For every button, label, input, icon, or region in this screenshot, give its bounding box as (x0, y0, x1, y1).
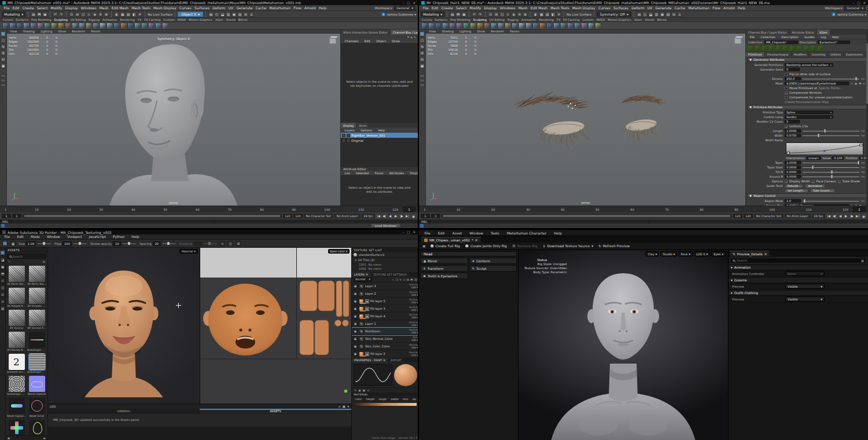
channel-chip-color[interactable]: color (354, 397, 363, 401)
menu-item-view[interactable]: View (428, 30, 437, 33)
panels-icon-7[interactable]: ⌂ (249, 12, 254, 17)
render-icon-1[interactable]: ▦ (120, 12, 125, 17)
panels-icon-2[interactable]: ⬓ (220, 12, 225, 17)
shelf-icon-23[interactable] (162, 23, 168, 28)
snap-icon-4[interactable]: ◈ (92, 12, 97, 17)
anim-layer-selector[interactable]: No Anim Layer (785, 214, 811, 218)
menu-item-view[interactable]: View (9, 30, 19, 33)
viewport-3d[interactable]: ViewShadingLightingShowRendererPanels Ve… (7, 30, 340, 206)
asset-3d-worley-noise[interactable]: 3D Worley Noise (7, 332, 26, 351)
range-min-field[interactable]: 1 (12, 214, 21, 218)
shelf-icon-15[interactable] (106, 23, 112, 28)
field-modifier-cv-count[interactable]: 5 (785, 120, 800, 123)
shelf-icon-12[interactable] (86, 23, 91, 28)
shelf-icon-8[interactable] (477, 23, 483, 28)
shelf-icon-18[interactable] (546, 23, 552, 28)
snap-icon-5[interactable]: ✛ (98, 12, 103, 17)
smart-material-icon[interactable]: ⊞ (407, 278, 409, 281)
layout-split-button[interactable] (420, 83, 425, 87)
close-icon[interactable]: ✕ (366, 273, 368, 276)
render-icon-2[interactable]: ▨ (545, 12, 550, 17)
ramp-value-field[interactable]: 0.100 (832, 156, 844, 160)
section-primitive-attributes[interactable]: ▼Primitive Attributes (747, 105, 867, 109)
shelf-tab-custom[interactable]: Custom (163, 18, 174, 21)
setting-value[interactable]: 100 (62, 241, 72, 246)
material-preview-sphere[interactable] (394, 364, 417, 386)
xgen-tab-expressions[interactable]: Expressions (844, 52, 866, 57)
visibility-eye-icon[interactable]: ◉ (353, 306, 358, 311)
slider-menu-icon[interactable]: ≡▾ (861, 175, 865, 178)
move-tool[interactable]: ✛ (420, 50, 425, 56)
minimize-icon[interactable]: – (402, 230, 404, 234)
channel-chip-nrm[interactable]: nrm (401, 397, 410, 401)
quick-mask-tool[interactable]: ▨ (0, 306, 5, 311)
key-icon[interactable]: ◆ (861, 214, 866, 219)
tab-anim[interactable]: Anim (356, 123, 369, 128)
log-panel-header[interactable]: LOG⚠▣✕ (48, 404, 351, 409)
head-button-transform[interactable]: ✛Transform (420, 265, 468, 272)
select-tool[interactable]: ↖ (420, 31, 425, 36)
undo-icon-0[interactable]: ↶ (472, 12, 477, 17)
width-ramp[interactable] (786, 142, 863, 155)
workspace-dropdown[interactable]: General▾ (394, 6, 415, 10)
files-icon-0[interactable]: ▤ (450, 12, 455, 17)
menu-item-layers[interactable]: Layers (343, 129, 356, 132)
scale-tool[interactable]: ▣ (420, 63, 425, 68)
shelf-icon-18[interactable] (127, 23, 133, 28)
command-input[interactable] (11, 219, 215, 223)
range-slider[interactable]: 1 1 120 120 No Character Set No Anim Lay… (419, 212, 868, 219)
menu-item-curves[interactable]: Curves (178, 6, 193, 10)
panels-icon-3[interactable]: ▥ (226, 12, 231, 17)
slider-menu-icon[interactable]: ≡▾ (861, 134, 865, 137)
path-tool[interactable]: ➚ (0, 299, 5, 304)
slider-thumb[interactable] (818, 134, 819, 137)
step-forward-button[interactable]: |▶ (399, 214, 404, 218)
setting-value[interactable]: 10 (113, 241, 121, 246)
move-tool[interactable]: ✛ (1, 50, 6, 56)
play-backwards-button[interactable]: ◀ (388, 214, 392, 218)
files-icon-2[interactable]: ▣ (461, 12, 466, 17)
panels-icon-3[interactable]: ▥ (654, 12, 659, 17)
shelf-icon-22[interactable] (574, 23, 580, 28)
tab-export[interactable]: EXPORT (388, 358, 404, 362)
layer-opacity[interactable]: 100 ▾ (411, 316, 418, 319)
xgen-tab-preview-output[interactable]: Preview/Output (765, 52, 792, 57)
scale-tool[interactable]: ▣ (1, 63, 6, 68)
texture-set-row[interactable]: standardSurface1 (352, 252, 418, 258)
window-controls[interactable]: –▢✕ (402, 1, 415, 5)
menu-item-shading[interactable]: Shading (440, 30, 455, 33)
viewport-option-clay[interactable]: Clay▾ (645, 251, 659, 256)
maximize-icon[interactable]: ▢ (407, 1, 410, 5)
menu-item-windows[interactable]: Windows (498, 6, 517, 10)
textured-head-model[interactable] (69, 255, 179, 398)
close-icon[interactable]: ✕ (764, 252, 767, 256)
xgen-tool-icon-9[interactable] (810, 45, 816, 51)
layer-visibility-box[interactable] (342, 139, 345, 142)
close-icon[interactable]: ✕ (413, 230, 415, 234)
menu-item-help[interactable]: Help (130, 235, 141, 239)
shelf-tab-xgen[interactable]: XGen (215, 18, 223, 21)
menu-item-edit[interactable]: Edit (430, 6, 440, 10)
symmetry-field[interactable]: Symmetry: Off▾ (597, 12, 631, 17)
edit-icon[interactable]: ✎ (414, 35, 416, 39)
brush-setting-size[interactable]: Size1.06 (19, 241, 51, 246)
panels-icon-5[interactable]: ▧ (237, 12, 242, 17)
snap-icon-3[interactable]: ⌗ (505, 12, 510, 17)
menu-item-mesh[interactable]: Mesh (517, 6, 529, 10)
head-model-3d[interactable] (81, 40, 262, 206)
xgen-tool-icon-0[interactable] (748, 45, 753, 51)
asset-bevel-circle[interactable]: Bevel Circle (27, 398, 46, 417)
snap-icon-6[interactable]: ⊕ (104, 12, 109, 17)
panels-icon-6[interactable]: ⊞ (243, 12, 248, 17)
save-icon[interactable]: ▣ (422, 244, 425, 248)
close-icon[interactable]: ✕ (863, 1, 866, 5)
head-button-blend[interactable]: ◑Blend (420, 258, 468, 264)
xgen-tool-icon-10[interactable] (817, 45, 823, 51)
xgen-tool-icon-3[interactable] (768, 45, 774, 51)
layout-split-button[interactable] (1, 83, 6, 87)
tab-channel-box-layer-editor[interactable]: Channel Box / Layer Editor (391, 30, 418, 35)
shelf-icon-9[interactable] (484, 23, 490, 28)
menu-item-show[interactable]: Show (391, 39, 402, 43)
menu-item-mesh-tools[interactable]: Mesh Tools (130, 6, 152, 10)
setting-slider[interactable] (122, 243, 136, 244)
